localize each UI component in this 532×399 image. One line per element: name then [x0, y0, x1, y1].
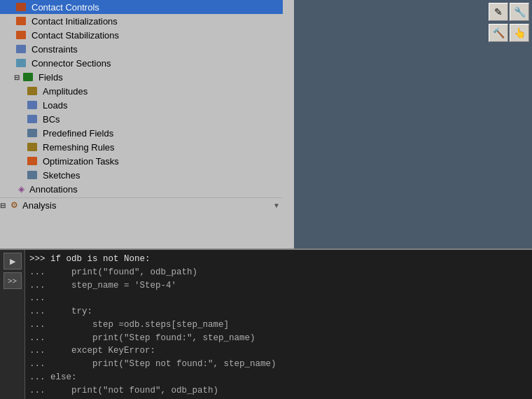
- sidebar-item-sketches[interactable]: Sketches: [0, 168, 283, 182]
- main-area: Contact ControlsContact InitializationsC…: [0, 0, 532, 248]
- svg-rect-3: [16, 45, 26, 53]
- analysis-icon: ⚙: [7, 200, 21, 211]
- optimization-tasks-icon: [25, 155, 39, 167]
- svg-rect-2: [16, 31, 26, 39]
- loads-label: Loads: [43, 100, 67, 111]
- analysis-expand-icon: ⊟: [0, 202, 6, 209]
- predefined-fields-icon: [25, 127, 39, 139]
- contact-stabilizations-icon: [14, 29, 28, 41]
- expand-icon-fields: ⊟: [14, 74, 20, 81]
- constraints-label: Constraints: [31, 44, 78, 55]
- contact-stabilizations-label: Contact Stabilizations: [31, 30, 119, 41]
- console-line: ... print("found", odb_path): [29, 266, 528, 279]
- toolbar-row-2: 🔨 👆: [489, 24, 529, 42]
- annotations-label: Annotations: [29, 184, 78, 195]
- console-line: >>> if odb is not None:: [29, 253, 528, 266]
- bcs-icon: [25, 113, 39, 125]
- fields-icon: [21, 71, 35, 83]
- amplitudes-label: Amplitudes: [43, 86, 88, 97]
- svg-rect-10: [27, 143, 37, 151]
- edit-button[interactable]: ✎: [489, 3, 508, 21]
- toolbar: ✎ 🔧 🔨 👆: [489, 3, 529, 42]
- console-line: ... step =odb.steps[step_name]: [29, 318, 528, 332]
- sidebar-item-predefined-fields[interactable]: Predefined Fields: [0, 126, 283, 140]
- contact-controls-label: Contact Controls: [31, 2, 99, 13]
- sidebar-item-contact-initializations[interactable]: Contact Initializations: [0, 14, 283, 28]
- amplitudes-icon: [25, 85, 39, 97]
- console-line: ... else:: [29, 371, 528, 384]
- remeshing-rules-icon: [25, 141, 39, 153]
- console-sidebar: ▶ >>: [0, 250, 25, 399]
- hammer-button[interactable]: 🔨: [489, 24, 508, 42]
- sidebar-item-annotations[interactable]: ◈ Annotations: [0, 182, 283, 196]
- loads-icon: [25, 99, 39, 111]
- annotations-icon: ◈: [14, 183, 28, 195]
- sidebar-item-contact-controls[interactable]: Contact Controls: [0, 0, 283, 14]
- connector-sections-icon: [14, 57, 28, 69]
- console-line: ... print("Step not found:", step_name): [29, 358, 528, 371]
- sidebar-item-connector-sections[interactable]: Connector Sections: [0, 56, 283, 70]
- console-output[interactable]: >>> if odb is not None:... print("found"…: [25, 250, 532, 399]
- toolbar-row-1: ✎ 🔧: [489, 3, 529, 21]
- console-line: ... except KeyError:: [29, 344, 528, 358]
- sidebar-item-constraints[interactable]: Constraints: [0, 42, 283, 56]
- console-line: ... try:: [29, 305, 528, 318]
- pointer-button[interactable]: 👆: [510, 24, 529, 42]
- console-run-button[interactable]: ▶: [4, 253, 22, 270]
- tool-button[interactable]: 🔧: [510, 3, 529, 21]
- svg-rect-7: [27, 101, 37, 109]
- constraints-icon: [14, 43, 28, 55]
- svg-rect-6: [27, 87, 37, 95]
- remeshing-rules-label: Remeshing Rules: [43, 142, 115, 153]
- analysis-arrow: ▼: [273, 202, 280, 209]
- sketches-icon: [25, 169, 39, 181]
- sidebar-item-loads[interactable]: Loads: [0, 98, 283, 112]
- sidebar-item-remeshing-rules[interactable]: Remeshing Rules: [0, 140, 283, 154]
- svg-rect-0: [16, 3, 26, 11]
- svg-rect-5: [23, 73, 33, 81]
- console-area: ▶ >> >>> if odb is not None:... print("f…: [0, 248, 532, 399]
- predefined-fields-label: Predefined Fields: [43, 128, 113, 139]
- analysis-label: Analysis: [22, 200, 56, 211]
- console-line: ... step_name = 'Step-4': [29, 279, 528, 293]
- sidebar-item-contact-stabilizations[interactable]: Contact Stabilizations: [0, 28, 283, 42]
- console-line: ... print("not found", odb_path): [29, 384, 528, 398]
- svg-rect-8: [27, 115, 37, 123]
- sidebar-item-bcs[interactable]: BCs: [0, 112, 283, 126]
- sidebar-item-analysis[interactable]: ⊟ ⚙ Analysis ▼: [0, 197, 283, 212]
- sketches-label: Sketches: [43, 170, 80, 181]
- contact-initializations-label: Contact Initializations: [31, 16, 118, 27]
- connector-sections-label: Connector Sections: [31, 58, 111, 69]
- sidebar-item-fields[interactable]: ⊟Fields: [0, 70, 283, 84]
- contact-initializations-icon: [14, 15, 28, 27]
- svg-rect-12: [27, 171, 37, 179]
- svg-rect-11: [27, 157, 37, 165]
- svg-rect-9: [27, 129, 37, 137]
- right-panel: ✎ 🔧 🔨 👆: [294, 0, 532, 248]
- tree-panel: Contact ControlsContact InitializationsC…: [0, 0, 294, 248]
- contact-controls-icon: [14, 1, 28, 13]
- console-skip-button[interactable]: >>: [4, 272, 22, 289]
- svg-rect-1: [16, 17, 26, 25]
- console-line: ...: [29, 292, 528, 305]
- bcs-label: BCs: [43, 114, 60, 125]
- optimization-tasks-label: Optimization Tasks: [43, 156, 119, 167]
- sidebar-item-amplitudes[interactable]: Amplitudes: [0, 84, 283, 98]
- sidebar-item-optimization-tasks[interactable]: Optimization Tasks: [0, 154, 283, 168]
- tree-scroll[interactable]: Contact ControlsContact InitializationsC…: [0, 0, 283, 248]
- fields-label: Fields: [38, 72, 63, 83]
- svg-rect-4: [16, 59, 26, 67]
- console-line: ... print("Step found:", step_name): [29, 332, 528, 345]
